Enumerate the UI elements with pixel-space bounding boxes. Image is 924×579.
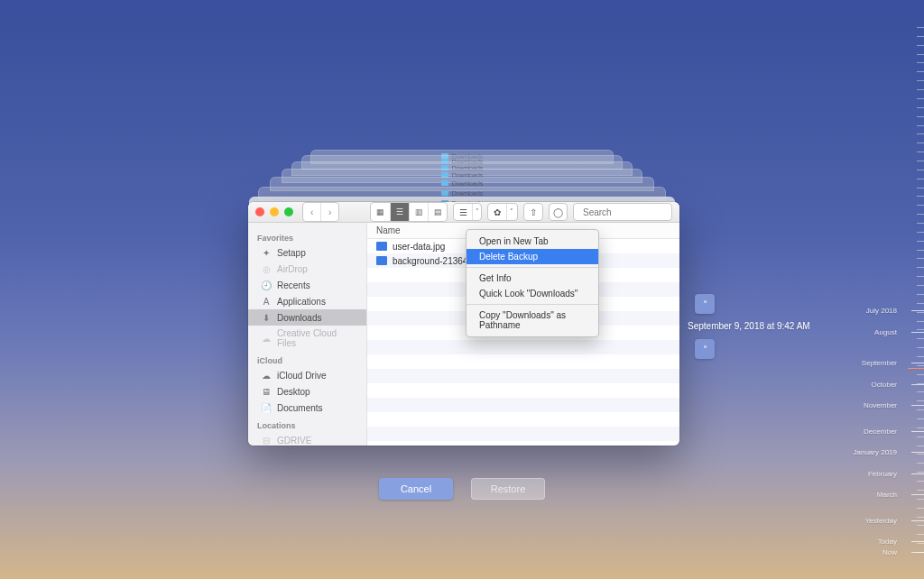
timeline-tick-major [911, 363, 924, 363]
timeline-label[interactable]: Now [882, 548, 897, 556]
timeline-tick [917, 232, 924, 233]
sidebar-item-setapp[interactable]: ✦Setapp [248, 244, 366, 261]
timeline-label[interactable]: November [864, 401, 897, 409]
menu-separator [467, 304, 598, 305]
toolbar: ‹ › ▦ ☰ ▥ ▤ ☰˅ ✿˅ ⇧ ◯ [248, 202, 679, 223]
snapshot-timestamp: September 9, 2018 at 9:42 AM [688, 321, 810, 331]
timeline-tick [917, 89, 924, 90]
cancel-button[interactable]: Cancel [379, 478, 453, 500]
airdrop-icon: ◎ [261, 263, 272, 274]
share-button[interactable]: ⇧ [523, 203, 542, 221]
timeline-tick [917, 294, 924, 295]
sidebar-item-documents[interactable]: 📄Documents [248, 400, 366, 416]
search-input[interactable] [583, 207, 679, 217]
timeline-tick [917, 125, 924, 126]
timeline-tick-major [911, 384, 924, 385]
sidebar-item-airdrop[interactable]: ◎AirDrop [248, 261, 366, 277]
sidebar-item-label: Downloads [277, 313, 321, 323]
sidebar-group-icloud: iCloud [248, 354, 366, 367]
timeline-label[interactable]: Today [878, 538, 897, 546]
sidebar-item-applications[interactable]: AApplications [248, 293, 366, 309]
timeline-tick [917, 543, 924, 544]
menu-item-get-info[interactable]: Get Info [467, 271, 598, 286]
timeline-tick [917, 223, 924, 224]
view-gallery[interactable]: ▤ [428, 203, 447, 221]
sidebar-item-label: Documents [277, 403, 323, 413]
timeline[interactable]: July 2018AugustSeptemberOctoberNovemberD… [884, 27, 924, 552]
sidebar: Favorites✦Setapp◎AirDrop🕘RecentsAApplica… [248, 223, 367, 446]
action-menu[interactable]: ✿˅ [487, 203, 518, 221]
file-row [367, 340, 679, 354]
file-row [367, 383, 679, 398]
timeline-tick [917, 170, 924, 170]
sidebar-group-locations: Locations [248, 419, 366, 432]
file-name: user-data.jpg [393, 242, 445, 252]
timeline-label[interactable]: December [864, 427, 897, 436]
close-button[interactable] [255, 207, 264, 216]
sidebar-item-downloads[interactable]: ⬇Downloads [248, 309, 366, 326]
view-columns[interactable]: ▥ [409, 203, 428, 221]
view-icons[interactable]: ▦ [371, 203, 390, 221]
timeline-tick [917, 356, 924, 357]
desktop-icon: 🖥 [261, 386, 272, 397]
timeline-label[interactable]: Yesterday [865, 517, 897, 525]
setapp-icon: ✦ [261, 247, 272, 258]
finder-window: ‹ › ▦ ☰ ▥ ▤ ☰˅ ✿˅ ⇧ ◯ Favorites✦Setapp◎A… [248, 202, 679, 446]
menu-item-delete-backup[interactable]: Delete Backup [467, 249, 598, 264]
snapshot-previous[interactable]: ˄ [695, 294, 715, 314]
file-row [367, 398, 679, 412]
view-list[interactable]: ☰ [390, 203, 409, 221]
sidebar-item-label: Applications [277, 297, 326, 307]
sidebar-item-label: Desktop [277, 387, 310, 397]
timeline-tick [917, 133, 924, 134]
timeline-tick-major [911, 405, 924, 406]
timeline-label[interactable]: July 2018 [866, 307, 897, 315]
timeline-tick [917, 179, 924, 179]
timeline-tick [917, 454, 924, 455]
zoom-button[interactable] [284, 207, 293, 216]
menu-item-copy-downloads-as-pathname[interactable]: Copy "Downloads" as Pathname [467, 308, 598, 333]
timeline-tick [917, 241, 924, 242]
timeline-tick [917, 45, 924, 46]
timeline-label[interactable]: March [877, 491, 897, 499]
snapshot-next[interactable]: ˅ [695, 339, 715, 359]
sidebar-item-label: Setapp [277, 248, 306, 258]
menu-item-open-in-new-tab[interactable]: Open in New Tab [467, 234, 598, 249]
downloads-icon: ⬇ [261, 312, 272, 323]
back-button[interactable]: ‹ [303, 203, 320, 221]
timeline-tick [917, 27, 924, 28]
tags-button[interactable]: ◯ [549, 203, 568, 221]
timeline-tick [917, 427, 924, 428]
gear-icon: ✿ [488, 204, 505, 220]
arrange-group[interactable]: ☰˅ [453, 203, 482, 221]
sidebar-item-label: GDRIVE [277, 436, 311, 446]
search-box[interactable] [573, 203, 672, 221]
timeline-tick [917, 446, 924, 446]
sidebar-item-desktop[interactable]: 🖥Desktop [248, 383, 366, 400]
timeline-tick [917, 525, 924, 526]
sidebar-group-favorites: Favorites [248, 232, 366, 244]
timeline-tick [917, 365, 924, 366]
nav-arrows: ‹ › [302, 202, 339, 222]
sidebar-item-icloud-drive[interactable]: ☁iCloud Drive [248, 367, 366, 383]
timeline-label[interactable]: January 2019 [854, 448, 897, 456]
timeline-label[interactable]: September [862, 359, 897, 367]
timeline-tick [917, 329, 924, 330]
timeline-label[interactable]: August [874, 328, 897, 336]
forward-button[interactable]: › [320, 203, 337, 221]
timeline-label[interactable]: February [868, 470, 897, 478]
restore-button[interactable]: Restore [471, 478, 545, 500]
sidebar-item-creative-cloud-files[interactable]: ☁Creative Cloud Files [248, 326, 366, 351]
minimize-button[interactable] [270, 207, 279, 216]
timeline-label[interactable]: October [872, 381, 897, 389]
timeline-tick [917, 321, 924, 322]
icloud-drive-icon: ☁ [261, 370, 272, 381]
file-row [367, 412, 679, 427]
timeline-tick [917, 481, 924, 482]
sidebar-item-recents[interactable]: 🕘Recents [248, 277, 366, 293]
timeline-tick [917, 418, 924, 419]
menu-item-quick-look-downloads[interactable]: Quick Look "Downloads" [467, 286, 598, 301]
sidebar-item-gdrive[interactable]: ⊟GDRIVE [248, 432, 366, 446]
window-traffic-lights [255, 207, 293, 216]
timeline-tick [917, 303, 924, 304]
